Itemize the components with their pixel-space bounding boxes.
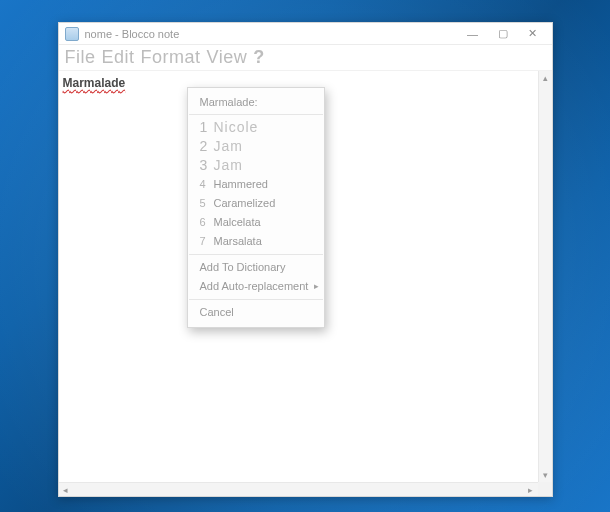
titlebar[interactable]: nome - Blocco note — ▢ ✕ <box>59 23 552 45</box>
suggestion-label: Caramelized <box>214 196 276 211</box>
add-auto-replacement-item[interactable]: Add Auto-replacement ▸ <box>188 277 324 296</box>
spellcheck-context-menu: Marmalade: 1Nicole2Jam3Jam4Hammered5Cara… <box>187 87 325 328</box>
minimize-button[interactable]: — <box>458 25 488 43</box>
context-menu-header: Marmalade: <box>188 93 324 111</box>
suggestion-number: 2 <box>200 139 208 154</box>
window-buttons: — ▢ ✕ <box>458 25 548 43</box>
menu-item-label: Add To Dictionary <box>200 260 286 275</box>
horizontal-scrollbar[interactable]: ◂ ▸ <box>59 482 538 496</box>
notepad-window: nome - Blocco note — ▢ ✕ File Edit Forma… <box>58 22 553 497</box>
cancel-item[interactable]: Cancel <box>188 303 324 322</box>
maximize-button[interactable]: ▢ <box>488 25 518 43</box>
suggestion-item[interactable]: 7Marsalata <box>188 232 324 251</box>
menu-separator <box>189 114 323 115</box>
scroll-right-button[interactable]: ▸ <box>524 483 538 496</box>
window-title: nome - Blocco note <box>85 28 458 40</box>
suggestion-item[interactable]: 2Jam <box>188 137 324 156</box>
suggestion-number: 4 <box>200 177 208 192</box>
suggestion-label: Marsalata <box>214 234 262 249</box>
misspelled-word[interactable]: Marmalade <box>63 76 126 90</box>
suggestion-number: 1 <box>200 120 208 135</box>
submenu-arrow-icon: ▸ <box>314 279 319 294</box>
suggestion-number: 6 <box>200 215 208 230</box>
menu-format[interactable]: Format <box>141 47 201 68</box>
suggestion-item[interactable]: 6Malcelata <box>188 213 324 232</box>
scroll-up-button[interactable]: ▴ <box>539 71 552 85</box>
scroll-down-button[interactable]: ▾ <box>539 468 552 482</box>
suggestion-number: 5 <box>200 196 208 211</box>
suggestion-label: Jam <box>214 158 243 173</box>
menu-separator <box>189 299 323 300</box>
suggestion-label: Hammered <box>214 177 268 192</box>
menubar: File Edit Format View ? <box>59 45 552 71</box>
menu-edit[interactable]: Edit <box>102 47 135 68</box>
suggestion-number: 3 <box>200 158 208 173</box>
suggestion-item[interactable]: 3Jam <box>188 156 324 175</box>
menu-item-label: Add Auto-replacement <box>200 279 309 294</box>
notepad-icon <box>65 27 79 41</box>
menu-help[interactable]: ? <box>253 47 265 68</box>
suggestion-item[interactable]: 5Caramelized <box>188 194 324 213</box>
scroll-corner <box>538 482 552 496</box>
suggestion-label: Malcelata <box>214 215 261 230</box>
scroll-left-button[interactable]: ◂ <box>59 483 73 496</box>
menu-file[interactable]: File <box>65 47 96 68</box>
suggestion-item[interactable]: 1Nicole <box>188 118 324 137</box>
menu-item-label: Cancel <box>200 305 234 320</box>
menu-separator <box>189 254 323 255</box>
suggestion-label: Jam <box>214 139 243 154</box>
menu-view[interactable]: View <box>207 47 248 68</box>
suggestion-number: 7 <box>200 234 208 249</box>
desktop: nome - Blocco note — ▢ ✕ File Edit Forma… <box>0 0 610 512</box>
add-to-dictionary-item[interactable]: Add To Dictionary <box>188 258 324 277</box>
suggestion-item[interactable]: 4Hammered <box>188 175 324 194</box>
close-button[interactable]: ✕ <box>518 25 548 43</box>
vertical-scrollbar[interactable]: ▴ ▾ <box>538 71 552 482</box>
suggestion-label: Nicole <box>214 120 259 135</box>
